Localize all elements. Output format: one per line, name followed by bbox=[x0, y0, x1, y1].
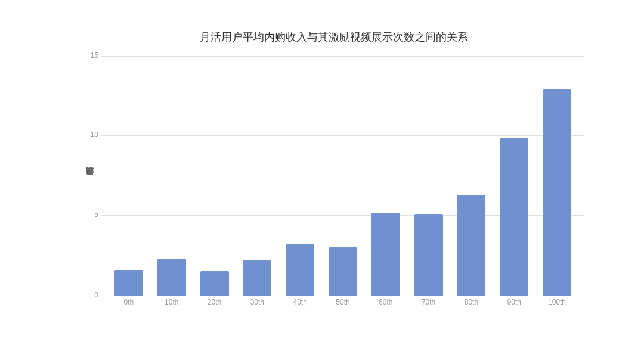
y-tick-label: 0 bbox=[80, 291, 98, 299]
bar-group bbox=[150, 56, 193, 296]
x-axis: 0th10th20th30th40th50th60th70th80th90th1… bbox=[101, 298, 584, 306]
chart-inner: 051015 0th10th20th30th40th50th60th70th80… bbox=[101, 56, 584, 306]
x-tick-label: 60th bbox=[364, 298, 407, 306]
y-tick-label: 5 bbox=[80, 210, 98, 219]
grid-line: 0 bbox=[101, 296, 584, 296]
x-tick-label: 50th bbox=[321, 298, 364, 306]
bar-group bbox=[407, 56, 450, 296]
x-tick-label: 100th bbox=[535, 298, 578, 306]
bar-group bbox=[107, 56, 150, 296]
bar-70th bbox=[414, 214, 443, 296]
bar-90th bbox=[500, 138, 528, 296]
bar-30th bbox=[243, 260, 271, 296]
x-tick-label: 30th bbox=[236, 298, 278, 306]
bar-20th bbox=[200, 271, 229, 295]
bar-group bbox=[236, 56, 278, 296]
bar-group bbox=[193, 56, 236, 296]
x-tick-label: 20th bbox=[193, 298, 236, 306]
x-tick-label: 70th bbox=[407, 298, 450, 306]
bar-group bbox=[278, 56, 321, 296]
bar-60th bbox=[371, 213, 400, 295]
bar-40th bbox=[286, 244, 314, 296]
x-tick-label: 10th bbox=[150, 298, 193, 306]
bar-group bbox=[364, 56, 407, 296]
x-tick-label: 0th bbox=[107, 298, 150, 306]
bar-80th bbox=[457, 195, 485, 296]
bar-group bbox=[493, 56, 535, 296]
chart-container: 月活用户平均内购收入与其激励视频展示次数之间的关系 平均激励视频展示次数 051… bbox=[36, 12, 608, 346]
bar-50th bbox=[329, 247, 357, 295]
grid-and-bars: 051015 bbox=[101, 56, 584, 296]
bar-0th bbox=[114, 270, 143, 296]
y-tick-label: 15 bbox=[80, 51, 98, 60]
y-axis-label: 平均激励视频展示次数 bbox=[83, 56, 95, 306]
bar-100th bbox=[543, 89, 571, 296]
chart-area: 平均激励视频展示次数 051015 0th10th20th30th40th50t… bbox=[83, 56, 584, 306]
x-tick-label: 90th bbox=[493, 298, 535, 306]
bar-10th bbox=[157, 259, 186, 296]
bar-group bbox=[535, 56, 578, 296]
bar-group bbox=[450, 56, 493, 296]
bars-row bbox=[101, 56, 584, 296]
y-tick-label: 10 bbox=[80, 131, 98, 139]
x-tick-label: 40th bbox=[278, 298, 321, 306]
bar-group bbox=[321, 56, 364, 296]
x-tick-label: 80th bbox=[450, 298, 493, 306]
chart-title: 月活用户平均内购收入与其激励视频展示次数之间的关系 bbox=[83, 30, 584, 44]
